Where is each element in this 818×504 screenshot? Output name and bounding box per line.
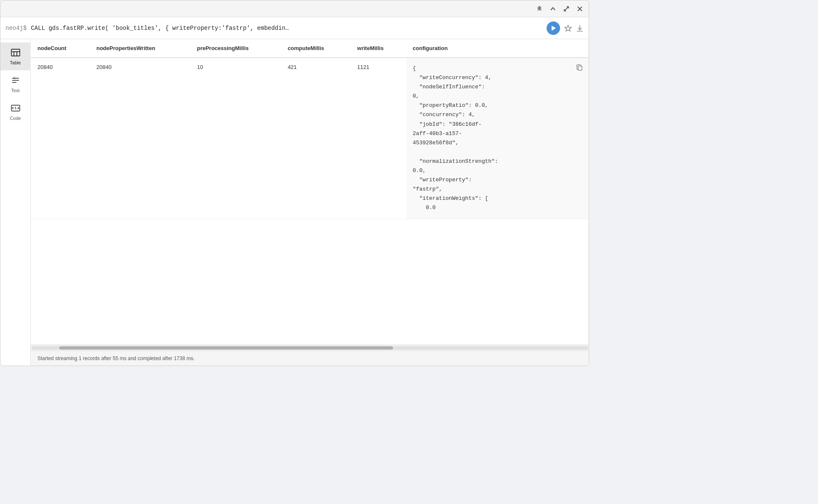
sidebar: Table A Text: [0, 39, 31, 366]
col-nodecount: nodeCount: [31, 39, 90, 58]
cell-configuration: { "writeConcurrency": 4, "nodeSelfInflue…: [406, 58, 589, 219]
table-container[interactable]: nodeCount nodePropertiesWritten preProce…: [31, 39, 589, 345]
table-icon: [11, 48, 21, 59]
cell-nodecount: 20840: [31, 58, 90, 219]
sidebar-text-label: Text: [11, 88, 19, 93]
scrollbar-thumb[interactable]: [59, 346, 393, 350]
chevron-up-icon[interactable]: [549, 5, 557, 13]
copy-button[interactable]: [575, 63, 584, 73]
close-icon[interactable]: [576, 5, 584, 13]
svg-line-20: [15, 107, 16, 109]
sidebar-item-table[interactable]: Table: [0, 42, 31, 70]
table-header-row: nodeCount nodePropertiesWritten preProce…: [31, 39, 589, 58]
query-prompt: neo4j$: [5, 25, 27, 32]
expand-icon[interactable]: [563, 5, 570, 13]
query-bar: neo4j$ CALL gds.fastRP.write( 'book_titl…: [0, 17, 589, 39]
svg-marker-7: [565, 25, 571, 31]
sidebar-item-text[interactable]: A Text: [0, 70, 31, 98]
scrollbar-track[interactable]: [32, 346, 588, 350]
col-nodepropertieswritten: nodePropertiesWritten: [90, 39, 190, 58]
sidebar-code-label: Code: [10, 116, 21, 121]
svg-text:A: A: [13, 76, 16, 80]
col-configuration: configuration: [406, 39, 589, 58]
table-row: 20840 20840 10 421 1121: [31, 58, 589, 219]
svg-rect-10: [11, 49, 20, 56]
svg-line-2: [540, 9, 541, 11]
results-table: nodeCount nodePropertiesWritten preProce…: [31, 39, 589, 219]
main-content: Table A Text: [0, 39, 589, 366]
cell-computemillis: 421: [281, 58, 351, 219]
status-message: Started streaming 1 records after 55 ms …: [37, 355, 195, 361]
pin-icon[interactable]: [536, 5, 543, 13]
svg-rect-21: [578, 66, 582, 70]
horizontal-scrollbar[interactable]: [31, 345, 589, 350]
run-button[interactable]: [547, 21, 560, 35]
star-icon[interactable]: [564, 24, 572, 32]
code-icon: [11, 103, 21, 114]
text-icon: A: [11, 75, 21, 87]
download-icon[interactable]: [576, 24, 584, 32]
col-writemillis: writeMillis: [351, 39, 406, 58]
col-computemillis: computeMillis: [281, 39, 351, 58]
title-bar: [0, 0, 589, 17]
config-json: { "writeConcurrency": 4, "nodeSelfInflue…: [413, 64, 582, 213]
col-preprocessingmillis: preProcessingMillis: [190, 39, 281, 58]
cell-writemillis: 1121: [351, 58, 406, 219]
cell-preprocessingmillis: 10: [190, 58, 281, 219]
svg-line-1: [538, 9, 539, 11]
cell-nodepropertieswritten: 20840: [90, 58, 190, 219]
query-text: CALL gds.fastRP.write( 'book_titles', { …: [31, 25, 542, 32]
sidebar-table-label: Table: [10, 61, 21, 65]
status-bar: Started streaming 1 records after 55 ms …: [31, 350, 589, 366]
sidebar-item-code[interactable]: Code: [0, 98, 31, 126]
results-area: nodeCount nodePropertiesWritten preProce…: [31, 39, 589, 366]
